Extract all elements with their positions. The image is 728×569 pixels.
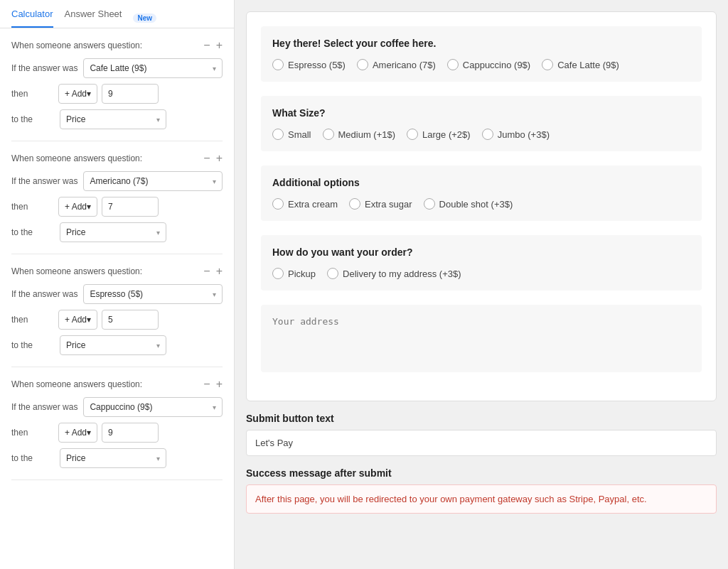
size-option-large[interactable]: Large (+2$) bbox=[407, 129, 471, 140]
rule-header-4: When someone answers question: − + bbox=[11, 379, 223, 390]
add-rule-4-button[interactable]: + bbox=[216, 379, 223, 390]
success-section: Success message after submit After this … bbox=[246, 467, 717, 514]
order-option-pickup[interactable]: Pickup bbox=[272, 268, 316, 279]
chevron-down-icon: ▾ bbox=[213, 403, 216, 411]
rule-2-to-label: to the bbox=[11, 227, 54, 237]
coffee-option-cappuccino[interactable]: Cappuccino (9$) bbox=[447, 59, 530, 70]
rule-1-then-row: then + Add ▾ bbox=[11, 84, 223, 104]
rule-4-value-input[interactable] bbox=[102, 423, 159, 443]
order-label-pickup: Pickup bbox=[288, 269, 316, 279]
rule-3-to-label: to the bbox=[11, 340, 54, 350]
address-textarea[interactable] bbox=[272, 316, 690, 359]
remove-rule-3-button[interactable]: − bbox=[203, 266, 210, 277]
size-option-medium[interactable]: Medium (+1$) bbox=[323, 129, 396, 140]
radio-circle bbox=[272, 129, 284, 140]
coffee-label-cafe-latte: Cafe Latte (9$) bbox=[557, 60, 619, 70]
remove-rule-1-button[interactable]: − bbox=[203, 40, 210, 51]
rule-3-then-label: then bbox=[11, 315, 54, 325]
coffee-label-espresso: Espresso (5$) bbox=[288, 60, 346, 70]
new-badge: New bbox=[133, 13, 156, 23]
rule-4-if-row: If the answer was Cappuccino (9$) ▾ bbox=[11, 397, 223, 417]
radio-circle bbox=[424, 198, 435, 210]
rule-block-1: When someone answers question: − + If th… bbox=[11, 28, 223, 141]
rule-4-to-row: to the Price ▾ bbox=[11, 448, 223, 468]
form-preview: Hey there! Select your coffee here. Espr… bbox=[246, 11, 717, 401]
rule-3-operation-select[interactable]: + Add ▾ bbox=[58, 310, 97, 330]
rule-header-2: When someone answers question: − + bbox=[11, 153, 223, 164]
radio-circle bbox=[327, 268, 338, 279]
rule-1-value-input[interactable] bbox=[102, 84, 159, 104]
rule-controls-2: − + bbox=[203, 153, 223, 164]
remove-rule-2-button[interactable]: − bbox=[203, 153, 210, 164]
rule-2-then-row: then + Add ▾ bbox=[11, 197, 223, 217]
coffee-label-americano: Americano (7$) bbox=[373, 60, 436, 70]
coffee-option-cafe-latte[interactable]: Cafe Latte (9$) bbox=[542, 59, 619, 70]
rule-2-answer-select[interactable]: Americano (7$) ▾ bbox=[83, 171, 223, 191]
additional-option-extra-cream[interactable]: Extra cream bbox=[272, 198, 338, 210]
add-rule-3-button[interactable]: + bbox=[216, 266, 223, 277]
chevron-down-icon: ▾ bbox=[87, 89, 91, 99]
coffee-options-row: Espresso (5$) Americano (7$) Cappuccino … bbox=[272, 59, 690, 70]
radio-circle bbox=[272, 268, 284, 279]
rule-3-field-select[interactable]: Price ▾ bbox=[60, 335, 166, 355]
tab-answer-sheet[interactable]: Answer Sheet bbox=[65, 9, 122, 28]
rule-2-if-label: If the answer was bbox=[11, 176, 77, 186]
rule-3-then-row: then + Add ▾ bbox=[11, 310, 223, 330]
rule-1-field-select[interactable]: Price ▾ bbox=[60, 109, 166, 129]
coffee-question-block: Hey there! Select your coffee here. Espr… bbox=[261, 26, 702, 82]
order-option-delivery[interactable]: Delivery to my address (+3$) bbox=[327, 268, 461, 279]
order-question-title: How do you want your order? bbox=[272, 246, 690, 258]
radio-circle bbox=[272, 59, 284, 70]
submit-section: Submit button text Let's Pay bbox=[246, 413, 717, 456]
rule-4-answer-select[interactable]: Cappuccino (9$) ▾ bbox=[83, 397, 223, 417]
submit-section-label: Submit button text bbox=[246, 413, 717, 424]
rule-4-operation-select[interactable]: + Add ▾ bbox=[58, 423, 97, 443]
rule-1-answer-select[interactable]: Cafe Latte (9$) ▾ bbox=[83, 58, 223, 78]
size-option-small[interactable]: Small bbox=[272, 129, 311, 140]
size-question-block: What Size? Small Medium (+1$) Large (+2$… bbox=[261, 96, 702, 151]
success-section-label: Success message after submit bbox=[246, 467, 717, 479]
rule-header-text-4: When someone answers question: bbox=[11, 379, 142, 389]
rule-3-value-input[interactable] bbox=[102, 310, 159, 330]
size-option-jumbo[interactable]: Jumbo (+3$) bbox=[482, 129, 550, 140]
order-question-block: How do you want your order? Pickup Deliv… bbox=[261, 235, 702, 291]
radio-circle bbox=[357, 59, 368, 70]
rule-header-text-2: When someone answers question: bbox=[11, 153, 142, 163]
remove-rule-4-button[interactable]: − bbox=[203, 379, 210, 390]
coffee-option-espresso[interactable]: Espresso (5$) bbox=[272, 59, 346, 70]
chevron-down-icon: ▾ bbox=[156, 229, 160, 237]
rule-3-if-row: If the answer was Espresso (5$) ▾ bbox=[11, 284, 223, 304]
additional-option-double-shot[interactable]: Double shot (+3$) bbox=[424, 198, 513, 210]
coffee-option-americano[interactable]: Americano (7$) bbox=[357, 59, 436, 70]
chevron-down-icon: ▾ bbox=[156, 455, 160, 462]
order-options-row: Pickup Delivery to my address (+3$) bbox=[272, 268, 690, 279]
rule-1-if-row: If the answer was Cafe Latte (9$) ▾ bbox=[11, 58, 223, 78]
add-rule-1-button[interactable]: + bbox=[216, 40, 223, 51]
radio-circle bbox=[349, 198, 360, 210]
chevron-down-icon: ▾ bbox=[213, 65, 216, 72]
size-label-small: Small bbox=[288, 129, 311, 140]
add-rule-2-button[interactable]: + bbox=[216, 153, 223, 164]
rule-controls-1: − + bbox=[203, 40, 223, 51]
rule-4-then-label: then bbox=[11, 428, 54, 438]
rule-4-field-select[interactable]: Price ▾ bbox=[60, 448, 166, 468]
rule-1-to-label: to the bbox=[11, 114, 54, 124]
rule-2-value-input[interactable] bbox=[102, 197, 159, 217]
tab-calculator[interactable]: Calculator bbox=[11, 9, 53, 28]
chevron-down-icon: ▾ bbox=[156, 116, 160, 124]
rule-controls-3: − + bbox=[203, 266, 223, 277]
rule-1-operation-select[interactable]: + Add ▾ bbox=[58, 84, 97, 104]
rule-4-then-row: then + Add ▾ bbox=[11, 423, 223, 443]
rule-3-answer-select[interactable]: Espresso (5$) ▾ bbox=[83, 284, 223, 304]
additional-option-extra-sugar[interactable]: Extra sugar bbox=[349, 198, 412, 210]
order-label-delivery: Delivery to my address (+3$) bbox=[343, 269, 461, 279]
rule-1-then-label: then bbox=[11, 89, 54, 99]
rule-1-to-row: to the Price ▾ bbox=[11, 109, 223, 129]
right-panel: Hey there! Select your coffee here. Espr… bbox=[235, 0, 728, 569]
rule-2-field-select[interactable]: Price ▾ bbox=[60, 222, 166, 242]
address-block bbox=[261, 305, 702, 372]
submit-text-value: Let's Pay bbox=[246, 430, 717, 456]
rule-header-text-1: When someone answers question: bbox=[11, 40, 142, 50]
radio-circle bbox=[482, 129, 493, 140]
rule-2-operation-select[interactable]: + Add ▾ bbox=[58, 197, 97, 217]
